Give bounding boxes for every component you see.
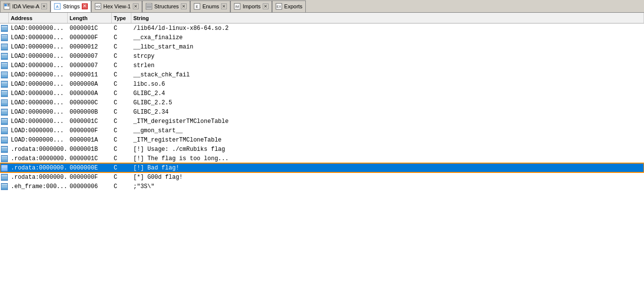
cell-string: strlen (131, 61, 644, 70)
row-icon (0, 33, 9, 42)
cell-type: C (112, 154, 131, 163)
tab-exports-label: Exports (284, 3, 302, 9)
tab-exports[interactable]: EX Exports (272, 0, 306, 12)
cell-string: ;"3S\" (131, 182, 644, 191)
svg-text:IM: IM (235, 5, 239, 8)
row-icon (0, 24, 9, 33)
structures-tab-icon (146, 3, 152, 10)
cell-string: _ITM_deregisterTMCloneTable (131, 117, 644, 126)
tab-hex-view-1-close[interactable]: ✕ (133, 3, 139, 9)
tab-enums-close[interactable]: ✕ (221, 3, 227, 9)
ida-view-icon (3, 3, 10, 10)
svg-rect-69 (1, 141, 7, 142)
cell-type: C (112, 117, 131, 126)
row-icon (0, 70, 9, 79)
svg-rect-71 (1, 147, 7, 148)
table-row[interactable]: .rodata:0000000...0000000FC[*] G00d flag… (0, 172, 644, 182)
cell-string: __stack_chk_fail (131, 70, 644, 79)
table-row[interactable]: LOAD:0000000...0000000FC__cxa_finalize (0, 33, 644, 42)
strings-table[interactable]: LOAD:0000000...0000001CC/lib64/ld-linux-… (0, 24, 644, 288)
svg-rect-39 (1, 72, 7, 73)
cell-length: 0000001A (68, 135, 112, 144)
table-row[interactable]: .rodata:0000000...0000001BC[!] Usage: ./… (0, 144, 644, 154)
table-row[interactable]: LOAD:0000000...00000007Cstrlen (0, 61, 644, 70)
cell-type: C (112, 182, 131, 191)
svg-rect-23 (1, 35, 7, 36)
cell-length: 0000000F (68, 126, 112, 135)
cell-address: LOAD:0000000... (9, 70, 68, 79)
cell-address: .rodata:0000000... (9, 154, 68, 163)
tab-ida-view-a-close[interactable]: ✕ (41, 3, 47, 9)
svg-rect-60 (1, 120, 7, 121)
svg-rect-11 (147, 7, 151, 8)
svg-rect-85 (1, 178, 7, 179)
svg-rect-21 (1, 29, 7, 30)
table-row[interactable]: LOAD:0000000...0000000FC__gmon_start__ (0, 126, 644, 135)
row-icon (0, 117, 9, 126)
row-icon (0, 154, 9, 163)
cell-type: C (112, 126, 131, 135)
tab-strings[interactable]: A Strings ✕ (50, 0, 91, 12)
table-row[interactable]: .rodata:0000000...0000000EC[!] Bad flag! (0, 163, 644, 172)
cell-length: 0000001C (68, 117, 112, 126)
cell-address: .rodata:0000000... (9, 163, 68, 172)
table-row[interactable]: LOAD:0000000...0000000AClibc.so.6 (0, 79, 644, 89)
svg-rect-44 (1, 83, 7, 84)
cell-length: 00000007 (68, 51, 112, 61)
svg-rect-25 (1, 38, 7, 39)
cell-length: 00000011 (68, 70, 112, 79)
table-row[interactable]: .eh_frame:000...00000006C;"3S\" (0, 182, 644, 191)
svg-text:EX: EX (276, 5, 281, 8)
row-icon (0, 51, 9, 61)
tab-enums[interactable]: E Enums ✕ (190, 0, 230, 12)
row-icon (0, 135, 9, 144)
tab-structures-close[interactable]: ✕ (181, 3, 187, 9)
cell-length: 0000000F (68, 33, 112, 42)
table-row[interactable]: LOAD:0000000...00000007Cstrcpy (0, 51, 644, 61)
table-row[interactable]: LOAD:0000000...0000001CC/lib64/ld-linux-… (0, 24, 644, 33)
row-icon (0, 42, 9, 51)
tab-bar: IDA View-A ✕ A Strings ✕ HX Hex View-1 ✕ (0, 0, 644, 13)
table-row[interactable]: LOAD:0000000...0000001AC_ITM_registerTMC… (0, 135, 644, 144)
svg-rect-19 (1, 26, 7, 27)
cell-address: LOAD:0000000... (9, 24, 68, 33)
cell-address: LOAD:0000000... (9, 135, 68, 144)
svg-rect-28 (1, 46, 7, 47)
tab-strings-close[interactable]: ✕ (82, 3, 88, 9)
cell-type: C (112, 79, 131, 89)
svg-rect-36 (1, 65, 7, 66)
tab-ida-view-a[interactable]: IDA View-A ✕ (0, 0, 50, 12)
tab-imports[interactable]: IM Imports ✕ (230, 0, 272, 12)
svg-rect-3 (7, 5, 9, 6)
svg-rect-57 (1, 113, 7, 114)
table-row[interactable]: LOAD:0000000...0000000CCGLIBC_2.2.5 (0, 98, 644, 107)
svg-rect-67 (1, 138, 7, 139)
table-row[interactable]: LOAD:0000000...0000000BCGLIBC_2.34 (0, 107, 644, 117)
cell-string: _ITM_registerTMCloneTable (131, 135, 644, 144)
cell-address: .eh_frame:000... (9, 182, 68, 191)
tab-imports-label: Imports (243, 3, 261, 9)
cell-string: __libc_start_main (131, 42, 644, 51)
row-icon (0, 144, 9, 154)
tab-structures[interactable]: Structures ✕ (142, 0, 190, 12)
svg-rect-49 (1, 94, 7, 95)
cell-type: C (112, 135, 131, 144)
tab-hex-view-1[interactable]: HX Hex View-1 ✕ (91, 0, 142, 12)
cell-length: 00000012 (68, 42, 112, 51)
header-type: Type (112, 13, 131, 23)
row-icon (0, 79, 9, 89)
table-row[interactable]: .rodata:0000000...0000001CC[!] The flag … (0, 154, 644, 163)
table-row[interactable]: LOAD:0000000...00000012C__libc_start_mai… (0, 42, 644, 51)
cell-length: 0000000A (68, 89, 112, 98)
strings-tab-icon: A (54, 3, 61, 10)
cell-string: [!] The flag is too long... (131, 154, 644, 163)
tab-imports-close[interactable]: ✕ (263, 3, 269, 9)
hex-tab-icon: HX (95, 3, 101, 10)
table-row[interactable]: LOAD:0000000...00000011C__stack_chk_fail (0, 70, 644, 79)
cell-type: C (112, 98, 131, 107)
svg-rect-75 (1, 156, 7, 157)
svg-rect-9 (147, 4, 151, 5)
svg-rect-29 (1, 48, 7, 48)
table-row[interactable]: LOAD:0000000...0000000ACGLIBC_2.4 (0, 89, 644, 98)
table-row[interactable]: LOAD:0000000...0000001CC_ITM_deregisterT… (0, 117, 644, 126)
